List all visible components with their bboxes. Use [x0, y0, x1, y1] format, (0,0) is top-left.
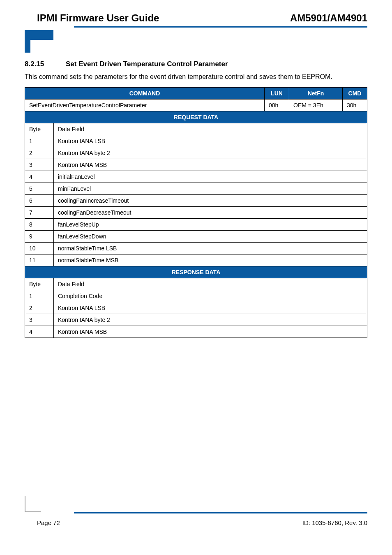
- footer-page: Page 72: [37, 519, 60, 526]
- table-row: 5minFanLevel: [25, 183, 367, 194]
- section-body: This command sets the parameters for the…: [25, 72, 367, 81]
- svg-marker-2: [30, 40, 53, 53]
- footer-corner-icon: [25, 496, 41, 512]
- cell-field: minFanLevel: [54, 183, 367, 194]
- logo-icon: [25, 30, 367, 53]
- cell-field: fanLevelStepUp: [54, 218, 367, 230]
- cell-byte: 7: [25, 206, 54, 218]
- cell-field: Completion Code: [54, 290, 367, 302]
- section-number: 8.2.15: [25, 60, 52, 68]
- request-section-row: REQUEST DATA: [25, 111, 367, 123]
- th-netfn: NetFn: [289, 87, 343, 99]
- table-row: 2Kontron IANA LSB: [25, 302, 367, 314]
- req-head-byte: Byte: [25, 123, 54, 135]
- table-row: 6coolingFanIncreaseTimeout: [25, 194, 367, 206]
- cmd-lun: 00h: [265, 99, 289, 111]
- table-row: 1Kontron IANA LSB: [25, 135, 367, 147]
- table-row: 4initialFanLevel: [25, 171, 367, 183]
- cell-byte: 4: [25, 171, 54, 183]
- cell-field: Kontron IANA MSB: [54, 159, 367, 171]
- resp-head-field: Data Field: [54, 278, 367, 290]
- cell-field: Kontron IANA byte 2: [54, 314, 367, 326]
- table-row: 9fanLevelStepDown: [25, 230, 367, 242]
- command-table: COMMAND LUN NetFn CMD SetEventDrivenTemp…: [25, 87, 367, 338]
- table-row: 4Kontron IANA MSB: [25, 326, 367, 338]
- cell-field: Kontron IANA byte 2: [54, 147, 367, 159]
- cell-byte: 2: [25, 147, 54, 159]
- cell-byte: 2: [25, 302, 54, 314]
- cmd-name: SetEventDrivenTemperatureControlParamete…: [25, 99, 265, 111]
- request-label: REQUEST DATA: [25, 111, 367, 123]
- cmd-cmd: 30h: [343, 99, 367, 111]
- table-row: 3Kontron IANA byte 2: [25, 314, 367, 326]
- th-cmd: CMD: [343, 87, 367, 99]
- table-row: 8fanLevelStepUp: [25, 218, 367, 230]
- cell-byte: 1: [25, 135, 54, 147]
- header-title-right: AM5901/AM4901: [290, 12, 367, 24]
- cell-field: coolingFanDecreaseTimeout: [54, 206, 367, 218]
- cell-byte: 1: [25, 290, 54, 302]
- th-command: COMMAND: [25, 87, 265, 99]
- cell-field: normalStableTime MSB: [54, 254, 367, 266]
- cell-field: fanLevelStepDown: [54, 230, 367, 242]
- th-lun: LUN: [265, 87, 289, 99]
- table-row: 1Completion Code: [25, 290, 367, 302]
- command-row: SetEventDrivenTemperatureControlParamete…: [25, 99, 367, 111]
- cell-byte: 3: [25, 159, 54, 171]
- cell-field: Kontron IANA MSB: [54, 326, 367, 338]
- cell-field: initialFanLevel: [54, 171, 367, 183]
- cell-byte: 10: [25, 242, 54, 254]
- cell-field: coolingFanIncreaseTimeout: [54, 194, 367, 206]
- response-section-row: RESPONSE DATA: [25, 266, 367, 278]
- response-label: RESPONSE DATA: [25, 266, 367, 278]
- cell-byte: 3: [25, 314, 54, 326]
- header-title-left: IPMI Firmware User Guide: [37, 12, 159, 24]
- cell-byte: 6: [25, 194, 54, 206]
- section-heading: 8.2.15 Set Event Driven Temperature Cont…: [25, 60, 367, 68]
- cmd-netfn: OEM = 3Eh: [289, 99, 343, 111]
- table-row: 7coolingFanDecreaseTimeout: [25, 206, 367, 218]
- header-rule: [74, 26, 367, 28]
- page-footer: Page 72 ID: 1035-8760, Rev. 3.0: [25, 519, 367, 526]
- cell-byte: 11: [25, 254, 54, 266]
- table-row: 2Kontron IANA byte 2: [25, 147, 367, 159]
- cell-byte: 5: [25, 183, 54, 194]
- req-head-field: Data Field: [54, 123, 367, 135]
- svg-rect-1: [25, 30, 30, 53]
- request-head-row: Byte Data Field: [25, 123, 367, 135]
- cell-byte: 4: [25, 326, 54, 338]
- section-title: Set Event Driven Temperature Control Par…: [66, 60, 228, 68]
- table-row: 11normalStableTime MSB: [25, 254, 367, 266]
- cell-field: Kontron IANA LSB: [54, 302, 367, 314]
- table-row: 10normalStableTime LSB: [25, 242, 367, 254]
- cell-field: Kontron IANA LSB: [54, 135, 367, 147]
- resp-head-byte: Byte: [25, 278, 54, 290]
- cell-field: normalStableTime LSB: [54, 242, 367, 254]
- cell-byte: 9: [25, 230, 54, 242]
- table-header-row: COMMAND LUN NetFn CMD: [25, 87, 367, 99]
- footer-id: ID: 1035-8760, Rev. 3.0: [302, 519, 367, 526]
- response-head-row: Byte Data Field: [25, 278, 367, 290]
- cell-byte: 8: [25, 218, 54, 230]
- page-header: IPMI Firmware User Guide AM5901/AM4901: [25, 12, 367, 26]
- footer-rule: [74, 512, 367, 513]
- table-row: 3Kontron IANA MSB: [25, 159, 367, 171]
